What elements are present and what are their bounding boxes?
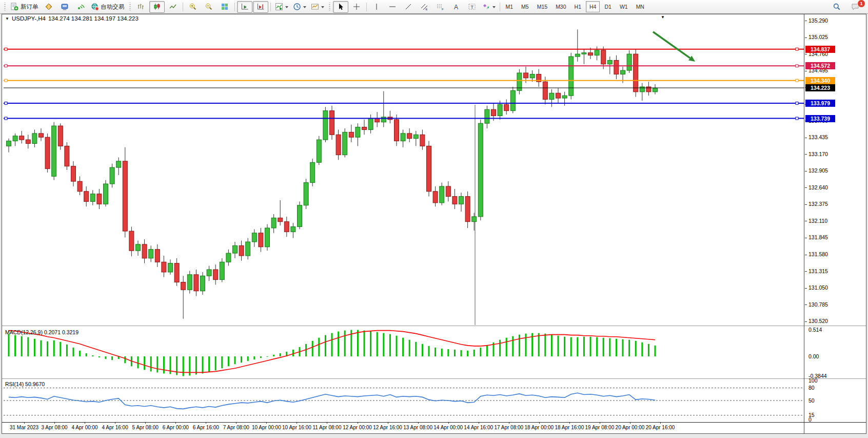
auto-scroll-button[interactable] [237, 1, 252, 13]
crosshair-button[interactable] [349, 1, 364, 13]
candle-body [459, 197, 464, 204]
metaeditor-button[interactable] [57, 1, 72, 13]
candle-body [504, 104, 509, 110]
macd-histogram-bar [590, 337, 591, 356]
timeframe-m5[interactable]: M5 [518, 1, 532, 12]
candle-body [349, 132, 353, 137]
macd-histogram-bar [609, 338, 610, 356]
market-watch-button[interactable] [41, 1, 56, 13]
price-shift-marker-icon[interactable]: ▼ [661, 15, 665, 20]
candle-body [478, 123, 483, 217]
timeframe-w1[interactable]: W1 [616, 1, 632, 12]
candle-body [498, 104, 502, 116]
macd-histogram-bar [364, 331, 365, 357]
candle-body [291, 227, 295, 232]
time-tick-mark [358, 422, 358, 424]
time-axis-label: 14 Apr 00:00 [433, 425, 463, 430]
zoom-in-button[interactable] [185, 1, 201, 13]
panel-divider[interactable] [2, 326, 866, 328]
macd-histogram-bar [325, 335, 326, 356]
chart-title[interactable]: ▼ USDJPY-,H4 134.274 134.281 134.197 134… [5, 15, 139, 22]
line-end-marker[interactable] [5, 117, 7, 120]
candle-body [524, 73, 528, 78]
line-end-marker[interactable] [796, 48, 798, 50]
macd-histogram-bar [253, 356, 255, 359]
candle-body [452, 197, 457, 204]
chart-shift-button[interactable] [253, 1, 268, 13]
line-end-marker[interactable] [796, 102, 798, 105]
time-tick-mark [539, 422, 540, 424]
signals-button[interactable] [73, 1, 88, 13]
new-order-button[interactable]: 新订单 [8, 1, 41, 13]
candlestick-chart-button[interactable] [149, 1, 165, 13]
time-axis-label: 18 Apr 16:00 [555, 425, 584, 430]
macd-histogram-bar [183, 356, 184, 376]
search-button[interactable] [829, 1, 844, 13]
chart-dropdown-icon[interactable]: ▼ [5, 16, 9, 21]
timeframe-m30[interactable]: M30 [552, 1, 569, 12]
timeframe-m15[interactable]: M15 [534, 1, 551, 12]
text-tool-button[interactable]: A [448, 1, 464, 13]
candle-body [556, 93, 561, 98]
timeframe-mn[interactable]: MN [633, 1, 648, 12]
macd-histogram-bar [338, 332, 339, 356]
time-axis-border [2, 422, 866, 423]
rsi-panel-plot[interactable] [4, 379, 804, 422]
line-end-marker[interactable] [5, 65, 7, 67]
templates-button[interactable] [309, 1, 326, 13]
time-axis-label: 11 Apr 08:00 [312, 425, 341, 430]
price-axis[interactable]: 135.290135.025134.760134.495134.230133.9… [804, 14, 866, 433]
new-order-icon [10, 3, 18, 11]
time-axis-label: 17 Apr 08:00 [494, 425, 523, 430]
auto-trading-button[interactable]: 自动交易 [89, 1, 127, 13]
macd-panel-plot[interactable] [4, 328, 804, 378]
fibonacci-tool-button[interactable]: F [432, 1, 448, 13]
channel-tool-button[interactable]: E [417, 1, 432, 13]
panel-divider[interactable] [2, 378, 866, 380]
candle-body [168, 263, 173, 272]
macd-histogram-bar [415, 342, 417, 356]
line-end-marker[interactable] [5, 79, 7, 82]
candle-body [362, 127, 367, 130]
timeframe-d1[interactable]: D1 [601, 1, 615, 12]
price-chart-plot[interactable] [4, 17, 804, 325]
notifications-button[interactable]: 1 [847, 1, 863, 13]
shapes-tool-button[interactable] [480, 1, 498, 13]
line-end-marker[interactable] [796, 65, 798, 67]
tile-windows-button[interactable] [217, 1, 232, 13]
cursor-button[interactable] [333, 1, 348, 13]
candle-body [317, 140, 321, 162]
macd-histogram-bar [402, 338, 404, 356]
candle-body [142, 244, 147, 258]
bar-chart-button[interactable] [133, 1, 149, 13]
line-end-marker[interactable] [796, 79, 798, 82]
indicators-button[interactable] [273, 1, 290, 13]
gold-gem-icon [45, 3, 53, 11]
line-end-marker[interactable] [5, 102, 7, 105]
trendline-tool-button[interactable] [401, 1, 416, 13]
rsi-label: RSI(14) 50.9670 [5, 381, 45, 387]
candle-body [491, 109, 496, 116]
timeframe-m1[interactable]: M1 [502, 1, 517, 12]
candle-body [601, 50, 606, 64]
periods-button[interactable] [291, 1, 308, 13]
horizontal-line-tool-button[interactable] [385, 1, 400, 13]
time-axis-label: 3 Apr 08:00 [41, 425, 67, 430]
line-end-marker[interactable] [796, 117, 798, 120]
line-end-marker[interactable] [5, 48, 7, 50]
text-label-tool-button[interactable]: T [464, 1, 480, 13]
rsi-axis-label: 80 [808, 385, 815, 391]
macd-histogram-bar [312, 341, 313, 356]
time-axis-label: 20 Apr 16:00 [646, 425, 675, 430]
auto-scroll-icon [241, 3, 249, 11]
macd-histogram-bar [564, 337, 565, 356]
zoom-out-button[interactable] [201, 1, 216, 13]
time-tick-mark [24, 422, 25, 424]
candle-body [304, 183, 308, 205]
trend-arrow-annotation[interactable] [653, 32, 690, 58]
time-axis[interactable]: 31 Mar 20233 Apr 08:004 Apr 00:004 Apr 1… [4, 424, 804, 432]
vertical-line-tool-button[interactable] [369, 1, 384, 13]
timeframe-h4[interactable]: H4 [586, 1, 600, 12]
timeframe-h1[interactable]: H1 [571, 1, 585, 12]
line-chart-button[interactable] [165, 1, 181, 13]
